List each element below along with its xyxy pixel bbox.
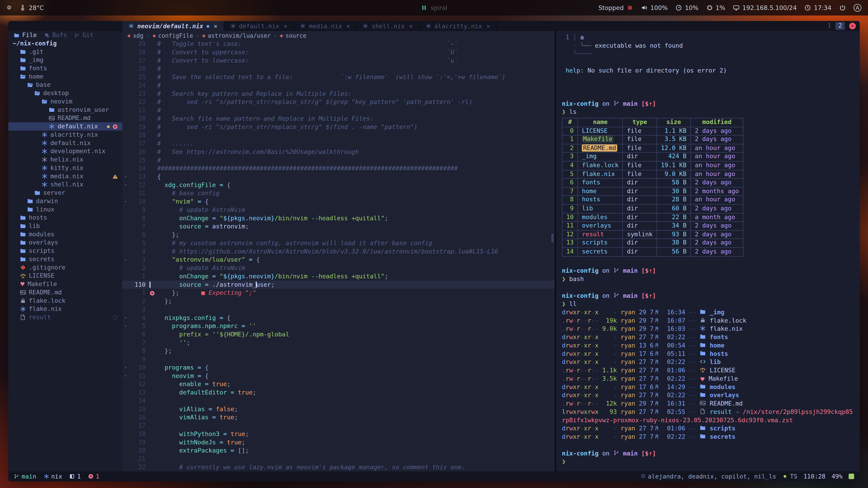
topbar-disk-usage[interactable]: 10%	[675, 4, 699, 11]
buffer-tab-alacritty.nix[interactable]: alacritty.nix×	[419, 21, 497, 31]
window-close-button[interactable]: ×	[849, 23, 856, 29]
tree-item-base[interactable]: base	[8, 81, 122, 89]
topbar-volume[interactable]: 100%	[641, 4, 668, 11]
terminal-line: .rw-r--r-- 1.1k ryan 27 7 01:06 -- LICEN…	[562, 366, 860, 375]
bufs-icon	[44, 32, 50, 38]
tree-item-scripts[interactable]: scripts	[8, 247, 122, 255]
code-line: 2 # update AstroNvim	[122, 264, 555, 272]
tree-item-server[interactable]: server	[8, 189, 122, 197]
tree-item-helix.nix[interactable]: helix.nix	[8, 156, 122, 164]
code-line: 27# Convert to lowercase: `u`	[122, 57, 555, 65]
clock-icon	[804, 4, 811, 11]
tree-item-astronvim_user[interactable]: astronvim_user	[8, 106, 122, 114]
desktop: ⚙ 28°C spiral Stopped 100% 10%	[0, 0, 868, 488]
tree-item-label: darwin	[36, 197, 58, 205]
code-line: ▾3 "astronvim/lua/user" = {	[122, 256, 555, 264]
topbar-recording-status[interactable]: Stopped	[598, 4, 633, 11]
breadcrumb-item-astronvim/lua/user[interactable]: ◆astronvim/lua/user	[202, 32, 271, 39]
code-editor[interactable]: 29# Toggle text's case: `~`28# Convert t…	[122, 40, 555, 471]
tree-item-home[interactable]: home	[8, 72, 122, 81]
tree-item-linux[interactable]: linux	[8, 205, 122, 214]
topbar-cpu-usage[interactable]: 1%	[706, 4, 725, 11]
code-line: 6 };	[122, 231, 555, 239]
tab-close-icon[interactable]: ×	[409, 22, 413, 30]
gauge-icon	[675, 4, 682, 11]
tree-root[interactable]: ~/nix-config	[8, 39, 122, 48]
tree-item-secrets[interactable]: secrets	[8, 255, 122, 263]
tree-item-modules[interactable]: modules	[8, 230, 122, 238]
tree-item-label: fonts	[29, 65, 47, 72]
tab-close-icon[interactable]: ×	[487, 22, 490, 30]
terminal-line: rp8ifx1wkpvwz-proxmox-ruby-nixos-23.05.2…	[562, 416, 860, 424]
tabpage-1[interactable]: 1	[825, 22, 834, 30]
breadcrumb-item-source[interactable]: ◆source	[280, 32, 307, 39]
gear-icon[interactable]: ⚙	[6, 5, 11, 10]
code-line: 1 onChange = "${pkgs.neovim}/bin/nvim --…	[122, 272, 555, 281]
tree-item-alacritty.nix[interactable]: alacritty.nix	[8, 131, 122, 139]
breadcrumb-item-xdg[interactable]: ◆xdg	[127, 32, 143, 39]
tree-item-README.md[interactable]: README.md	[8, 288, 122, 297]
nix-icon	[49, 123, 55, 129]
code-pane[interactable]: ◆xdg›◆configFile›◆astronvim/lua/user›◆so…	[122, 31, 555, 471]
tree-item-default.nix[interactable]: default.nix●	[8, 122, 122, 131]
topbar-media-player[interactable]: spiral	[421, 4, 447, 11]
tree-item-.gitignore[interactable]: .gitignore	[8, 263, 122, 272]
topbar-network[interactable]: 192.168.5.100/24	[733, 4, 797, 11]
tree-item-fonts[interactable]: fonts	[8, 64, 122, 72]
folder-icon	[20, 49, 26, 55]
nix-icon	[128, 23, 134, 29]
tree-item-.git[interactable]: .git	[8, 48, 122, 56]
terminal-line: .rw-r--r-- 3.5k ryan 27 7 02:22 -- ♥ Mak…	[562, 375, 860, 383]
buffer-tab-media.nix[interactable]: media.nix×	[294, 21, 357, 31]
tree-item-result[interactable]: result	[8, 313, 122, 322]
file-tree: .git_imgfontshomebasedesktopneovimastron…	[8, 48, 122, 471]
pane-separator[interactable]	[555, 31, 556, 471]
tree-item-development.nix[interactable]: development.nix	[8, 147, 122, 156]
code-line: 21#	[122, 106, 555, 115]
folder-open-icon	[41, 98, 48, 105]
topbar-clock[interactable]: 17:34	[804, 4, 831, 11]
sidebar-tab-Bufs[interactable]: Bufs	[44, 32, 67, 39]
tree-item-media.nix[interactable]: media.nix	[8, 172, 122, 181]
tree-item-overlays[interactable]: overlays	[8, 238, 122, 247]
tree-item-flake.lock[interactable]: flake.lock	[8, 297, 122, 305]
tree-item-_img[interactable]: _img	[8, 56, 122, 64]
tree-item-desktop[interactable]: desktop	[8, 89, 122, 97]
tree-item-flake.nix[interactable]: flake.nix	[8, 305, 122, 313]
tree-item-label: LICENSE	[29, 272, 55, 280]
tree-item-hosts[interactable]: hosts	[8, 214, 122, 222]
tree-item-Makefile[interactable]: ♥Makefile	[8, 280, 122, 288]
tree-item-LICENSE[interactable]: LICENSE	[8, 271, 122, 280]
breadcrumb-item-configFile[interactable]: ◆configFile	[153, 32, 193, 39]
tab-close-icon[interactable]: ×	[214, 22, 217, 30]
sidebar-tab-File[interactable]: File	[14, 32, 37, 39]
terminal-pane[interactable]: 1 │ a · ╰── executable was not found ╰──…	[556, 31, 860, 471]
terminal-line: ╰────	[562, 50, 860, 58]
buffer-tab-neovim/default.nix[interactable]: neovim/default.nix●×	[122, 21, 224, 31]
tab-close-icon[interactable]: ×	[284, 22, 287, 30]
tree-item-shell.nix[interactable]: shell.nix	[8, 180, 122, 189]
buffer-tab-shell.nix[interactable]: shell.nix×	[357, 21, 419, 31]
keyboard-layout-indicator[interactable]: A	[854, 4, 861, 11]
branch-icon	[613, 292, 619, 298]
code-line: 28# Convert to uppercase: `U`	[122, 48, 555, 57]
tree-item-kitty.nix[interactable]: kitty.nix	[8, 164, 122, 172]
tree-item-lib[interactable]: lib	[8, 222, 122, 230]
code-line: 14######################################…	[122, 164, 555, 173]
scrollbar-thumb[interactable]	[551, 234, 554, 242]
tree-item-darwin[interactable]: darwin	[8, 197, 122, 205]
tree-item-label: server	[43, 189, 65, 197]
terminal-line	[562, 258, 860, 266]
tree-item-README.md[interactable]: README.md	[8, 114, 122, 122]
tab-close-icon[interactable]: ×	[346, 22, 350, 30]
tree-item-neovim[interactable]: neovim	[8, 97, 122, 106]
tabpage-2[interactable]: 2	[835, 22, 845, 30]
buffer-tab-default.nix[interactable]: default.nix×	[224, 21, 294, 31]
sidebar-tab-Git[interactable]: Git	[74, 32, 93, 39]
nix-icon	[41, 173, 48, 180]
tree-item-default.nix[interactable]: default.nix	[8, 139, 122, 147]
terminal-line: drwxr-xr-x - ryan 27 7 02:22 -- fonts	[562, 333, 860, 341]
code-line: 17# ......	[122, 139, 555, 148]
code-line: 8 };	[122, 347, 555, 355]
power-button[interactable]	[839, 4, 846, 11]
